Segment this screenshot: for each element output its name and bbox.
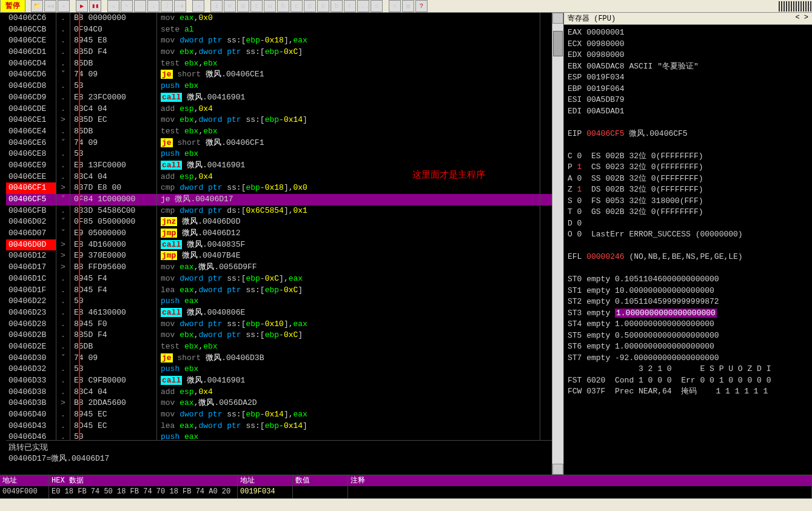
- goto-icon[interactable]: →: [192, 0, 204, 12]
- reg-line[interactable]: EBP 0019F064: [568, 84, 808, 95]
- tilluser-icon[interactable]: →▮: [174, 0, 186, 12]
- tb-plugin-5[interactable]: [791, 1, 792, 12]
- disasm-row[interactable]: 00406D38.83C4 04add esp,0x4: [6, 387, 552, 398]
- reg-line[interactable]: ESP 0019F034: [568, 72, 808, 84]
- disasm-row[interactable]: 00406CDE.83C4 04add esp,0x4: [6, 104, 552, 115]
- disasm-row[interactable]: 00406CF5˅0F84 1C000000je 微风.00406D17: [6, 194, 552, 205]
- disasm-row[interactable]: 00406D40.8945 ECmov dword ptr ss:[ebp-0x…: [6, 409, 552, 421]
- reg-line[interactable]: [568, 241, 808, 252]
- reg-line[interactable]: ST2 empty 0.10511045999999999872: [568, 296, 808, 308]
- reg-line[interactable]: ST4 empty 1.0000000000000000000: [568, 319, 808, 330]
- tb-letter-c[interactable]: c: [290, 0, 303, 12]
- disasm-row[interactable]: 00406D02˅0F85 05000000jnz 微风.00406D0D: [6, 216, 552, 228]
- reg-line[interactable]: [568, 263, 808, 275]
- disasm-scrollbar[interactable]: ▲ ▼: [552, 13, 563, 475]
- disasm-row[interactable]: 00406CE1>8B5D ECmov ebx,dword ptr ss:[eb…: [6, 115, 552, 126]
- disasm-row[interactable]: 00406D1F.8D45 F4lea eax,dword ptr ss:[eb…: [6, 285, 552, 296]
- disasm-row[interactable]: 00406CE6˅74 09je short 微风.00406CF1: [6, 138, 552, 149]
- tb-letter-r[interactable]: r: [344, 0, 356, 12]
- disasm-row[interactable]: 00406CD1.8B5D F4mov ebx,dword ptr ss:[eb…: [6, 47, 552, 58]
- disasm-row[interactable]: 00406D0D>E8 4D160000call 微风.0040835F: [6, 239, 552, 251]
- reg-line[interactable]: 3 2 1 0 E S P U O Z D I: [568, 364, 808, 375]
- tb-plugin-11[interactable]: [805, 1, 807, 12]
- disassembly-pane[interactable]: 00406CC6.B8 00000000mov eax,0x000406CCB.…: [6, 13, 552, 475]
- reg-line[interactable]: ST6 empty 1.0000000000000000000: [568, 341, 808, 353]
- reg-line[interactable]: ST1 empty 10.000000000000000000: [568, 286, 808, 297]
- reg-line[interactable]: EIP 00406CF5 微风.00406CF5: [568, 129, 808, 140]
- stepover-icon[interactable]: ↷: [121, 0, 133, 12]
- stepinto-icon[interactable]: ↘: [107, 0, 119, 12]
- reg-line[interactable]: D 0: [568, 218, 808, 230]
- registers-nav[interactable]: < >: [795, 13, 808, 24]
- disasm-row[interactable]: 00406D22.50push eax: [6, 296, 552, 307]
- run-icon[interactable]: ▶: [76, 0, 88, 12]
- reg-line[interactable]: ESI 00A5DB79: [568, 95, 808, 106]
- reg-line[interactable]: Z 1 DS 002B 32位 0(FFFFFFFF): [568, 184, 808, 196]
- tb-letter-m[interactable]: m: [237, 0, 249, 12]
- tb-letter-s[interactable]: s: [371, 0, 383, 12]
- dump-addr-header[interactable]: 地址: [0, 475, 49, 486]
- disasm-row[interactable]: 00406D1C.8945 F4mov dword ptr ss:[ebp-0x…: [6, 273, 552, 285]
- tb-letter-b[interactable]: b: [331, 0, 343, 12]
- disasm-row[interactable]: 00406D2E.85DBtest ebx,ebx: [6, 341, 552, 353]
- reg-line[interactable]: ST3 empty 1.0000000000000000000: [568, 308, 808, 319]
- reg-line[interactable]: A 0 SS 002B 32位 0(FFFFFFFF): [568, 173, 808, 185]
- stack-cmt-header[interactable]: 注释: [348, 475, 811, 486]
- disasm-row[interactable]: 00406D2B.8B5D F4mov ebx,dword ptr ss:[eb…: [6, 330, 552, 341]
- disasm-row[interactable]: 00406D23.E8 46130000call 微风.0040806E: [6, 307, 552, 319]
- rewind-icon[interactable]: ◀◀: [44, 0, 56, 12]
- disasm-row[interactable]: 00406CD8.53push ebx: [6, 81, 552, 92]
- dump-hex-header[interactable]: HEX 数据: [49, 475, 237, 486]
- disasm-row[interactable]: 00406CFB.833D 54586C00cmp dword ptr ds:[…: [6, 205, 552, 217]
- tb-plugin-10[interactable]: [803, 1, 804, 12]
- disasm-row[interactable]: 00406D30˅74 09je short 微风.00406D3B: [6, 353, 552, 364]
- reg-line[interactable]: P 1 CS 0023 32位 0(FFFFFFFF): [568, 162, 808, 173]
- reg-line[interactable]: S 0 FS 0053 32位 318000(FFF): [568, 196, 808, 207]
- disasm-row[interactable]: 00406CE9.E8 13FC0000call 微风.00416901: [6, 160, 552, 172]
- stack-addr-header[interactable]: 地址: [238, 475, 292, 486]
- reg-line[interactable]: EFL 00000246 (NO,NB,E,BE,NS,PE,GE,LE): [568, 252, 808, 263]
- disasm-row[interactable]: 00406CEE.83C4 04add esp,0x4: [6, 172, 552, 183]
- disasm-row[interactable]: 00406CD6˅74 09je short 微风.00406CE1: [6, 69, 552, 81]
- tb-letter-p[interactable]: p: [304, 0, 316, 12]
- help-icon[interactable]: ?: [415, 0, 428, 12]
- disasm-row[interactable]: 00406D28.8945 F0mov dword ptr ss:[ebp-0x…: [6, 319, 552, 330]
- reg-line[interactable]: ECX 00980000: [568, 39, 808, 50]
- tb-plugin-0[interactable]: [779, 1, 780, 12]
- tb-letter-e[interactable]: e: [224, 0, 236, 12]
- reg-line[interactable]: [568, 139, 808, 151]
- tb-plugin-3[interactable]: [786, 1, 787, 12]
- reg-line[interactable]: EDI 00A5DAD1: [568, 106, 808, 118]
- tb-plugin-8[interactable]: [798, 1, 799, 12]
- tb-plugin-9[interactable]: [800, 1, 802, 12]
- reg-line[interactable]: T 0 GS 002B 32位 0(FFFFFFFF): [568, 207, 808, 218]
- tillret-icon[interactable]: ⤴: [161, 0, 173, 12]
- reg-line[interactable]: EDX 00980000: [568, 50, 808, 61]
- reg-line[interactable]: ST5 empty 0.50000000000000000000: [568, 330, 808, 342]
- reg-line[interactable]: C 0 ES 002B 32位 0(FFFFFFFF): [568, 151, 808, 162]
- reg-line[interactable]: EBX 00A5DAC8 ASCII "冬夏验证": [568, 61, 808, 73]
- tb-plugin-1[interactable]: [781, 1, 782, 12]
- open-icon[interactable]: 📁: [31, 0, 43, 12]
- reg-line[interactable]: ST7 empty -92.000000000000000000: [568, 353, 808, 364]
- tb-letter-h[interactable]: h: [277, 0, 289, 12]
- pause-icon[interactable]: ▮▮: [89, 0, 101, 12]
- close-icon[interactable]: ✕: [58, 0, 70, 12]
- disasm-row[interactable]: 00406D12>E9 370E0000jmp 微风.00407B4E: [6, 250, 552, 262]
- options-icon[interactable]: ≡: [389, 0, 401, 12]
- tb-letter-k[interactable]: k: [317, 0, 329, 12]
- disasm-row[interactable]: 00406D32.53push ebx: [6, 364, 552, 375]
- tb-letter-l[interactable]: l: [210, 0, 223, 12]
- tb-plugin-2[interactable]: [783, 1, 785, 12]
- stack-val-header[interactable]: 数值: [293, 475, 347, 486]
- disasm-row[interactable]: 00406CCE.8945 E8mov dword ptr ss:[ebp-0x…: [6, 35, 552, 47]
- reg-line[interactable]: [568, 117, 808, 129]
- disasm-row[interactable]: 00406CC6.B8 00000000mov eax,0x0: [6, 13, 552, 24]
- tb-plugin-6[interactable]: [793, 1, 794, 12]
- tb-plugin-7[interactable]: [796, 1, 797, 12]
- tb-plugin-13[interactable]: [810, 1, 811, 12]
- tb-plugin-12[interactable]: [808, 1, 809, 12]
- disasm-row[interactable]: 00406D17>B8 FFD95600mov eax,微风.0056D9FF: [6, 262, 552, 273]
- tb-letter-w[interactable]: w: [264, 0, 276, 12]
- registers-pane[interactable]: 寄存器 (FPU) < > EAX 00000001ECX 00980000ED…: [563, 13, 812, 475]
